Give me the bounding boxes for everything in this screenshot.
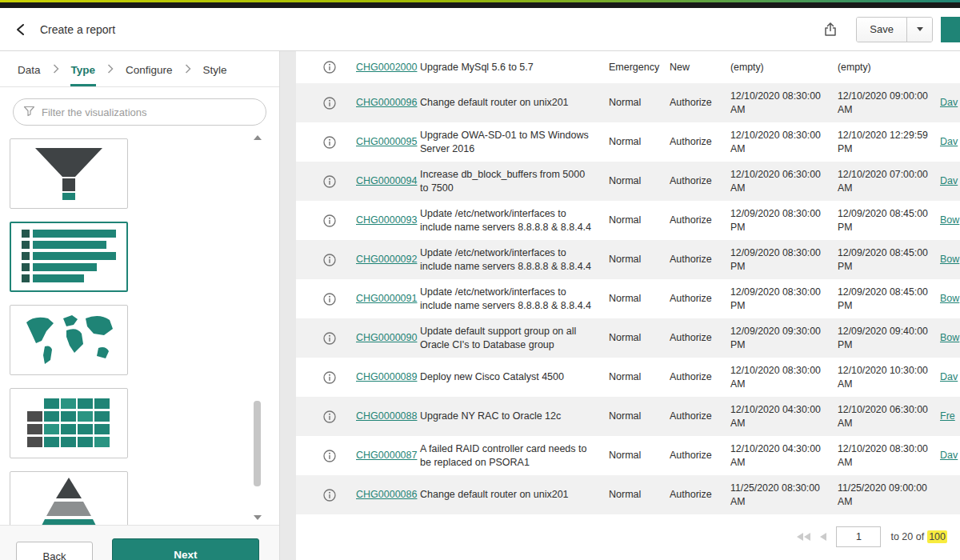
save-button[interactable]: Save [857,18,906,42]
start-date: 11/25/2020 08:30:00 AM [726,482,833,507]
viz-option-bar-list[interactable] [10,222,128,292]
change-number-link[interactable]: CHG0000088 [356,410,417,422]
viz-option-pyramid[interactable] [10,471,128,525]
bar-list-chart-icon [22,228,116,286]
end-date: 12/09/2020 09:40:00 PM [833,325,940,350]
end-date: 12/09/2020 08:45:00 PM [833,207,940,233]
next-step-button[interactable]: Next [112,538,259,560]
page-number-input[interactable] [836,526,881,547]
info-icon[interactable] [323,332,336,345]
info-cell [296,214,356,227]
step-configure[interactable]: Configure [126,53,173,86]
assigned-to-link[interactable]: Bow [940,253,960,266]
table-row[interactable]: CHG0002000 Upgrade MySql 5.6 to 5.7 Emer… [296,51,960,83]
change-number-link[interactable]: CHG0000092 [356,254,417,265]
table-row[interactable]: CHG0000095 Upgrade OWA-SD-01 to MS Windo… [296,122,960,162]
viz-scrollbar[interactable] [254,135,262,520]
share-export-icon[interactable] [822,22,838,38]
table-row[interactable]: CHG0000092 Update /etc/network/interface… [296,240,960,279]
priority: Normal [604,96,665,110]
assigned-to-link[interactable]: Bow [940,292,960,306]
end-date: 12/10/2020 12:29:59 PM [833,129,940,154]
table-row[interactable]: CHG0000096 Change default router on unix… [296,83,960,122]
start-date: 12/09/2020 09:30:00 PM [726,325,833,350]
number-cell: CHG0000093 [356,214,420,227]
change-number-link[interactable]: CHG0000093 [356,214,417,226]
table-row[interactable]: CHG0000086 Change default router on unix… [296,475,960,514]
change-number-link[interactable]: CHG0000094 [356,175,417,186]
change-number-link[interactable]: CHG0000087 [356,450,417,461]
change-number-link[interactable]: CHG0002000 [356,62,417,73]
change-number-link[interactable]: CHG0000096 [356,97,417,108]
end-date: 12/10/2020 06:30:00 AM [833,403,940,429]
scroll-down-arrow-icon[interactable] [254,515,262,520]
assigned-to-link[interactable]: Dav [940,174,960,188]
back-step-button[interactable]: Back [16,542,93,560]
short-description: Change default router on unix201 [420,488,604,502]
change-number-link[interactable]: CHG0000091 [356,293,417,304]
scrollbar-thumb[interactable] [254,401,261,486]
assigned-to-link[interactable]: Bow [940,331,960,345]
change-number-link[interactable]: CHG0000086 [356,489,417,500]
viz-option-heatmap[interactable] [10,388,128,458]
back-button[interactable] [13,22,29,38]
app-header: Create a report Save [0,8,960,51]
info-icon[interactable] [323,371,336,384]
table-row[interactable]: CHG0000090 Update default support group … [296,318,960,358]
viz-option-world-map[interactable] [10,305,128,375]
step-style[interactable]: Style [203,53,227,86]
start-date: 12/09/2020 08:30:00 PM [726,207,833,233]
info-cell [296,254,356,266]
info-icon[interactable] [323,293,336,306]
number-cell: CHG0000094 [356,174,420,188]
assigned-to-link[interactable]: Dav [940,370,960,384]
table-row[interactable]: CHG0000089 Deploy new Cisco Catalyst 450… [296,358,960,397]
end-date: 12/09/2020 08:45:00 PM [833,286,940,311]
info-icon[interactable] [323,136,336,149]
table-row[interactable]: CHG0000094 Increase db_block_buffers fro… [296,162,960,201]
table-row[interactable]: CHG0000087 A failed RAID controller card… [296,436,960,475]
chevron-right-icon [107,64,114,74]
priority: Emergency [604,61,665,74]
short-description: Increase db_block_buffers from 5000 to 7… [420,168,604,194]
first-page-button[interactable] [797,533,810,541]
save-button-group: Save [856,17,933,42]
cut-off-side-panel[interactable] [941,17,960,42]
assigned-to-link[interactable]: Bow [940,214,960,227]
scroll-up-arrow-icon[interactable] [254,135,262,140]
report-preview-panel: CHG0002000 Upgrade MySql 5.6 to 5.7 Emer… [296,51,960,560]
change-number-link[interactable]: CHG0000090 [356,332,417,343]
change-number-link[interactable]: CHG0000095 [356,136,417,147]
info-icon[interactable] [323,254,336,266]
change-number-link[interactable]: CHG0000089 [356,371,417,382]
assigned-to-link[interactable]: Dav [940,135,960,149]
viz-option-funnel[interactable] [10,138,128,209]
priority: Normal [604,292,665,306]
step-data[interactable]: Data [18,53,41,86]
info-icon[interactable] [323,489,336,502]
save-dropdown-button[interactable] [906,18,932,42]
priority: Normal [604,449,665,462]
number-cell: CHG0000086 [356,488,420,502]
previous-page-button[interactable] [820,533,826,541]
info-icon[interactable] [323,175,336,188]
end-date: 12/09/2020 08:45:00 PM [833,246,940,272]
info-icon[interactable] [323,410,336,423]
table-row[interactable]: CHG0000088 Upgrade NY RAC to Oracle 12c … [296,397,960,436]
info-icon[interactable] [323,61,336,74]
short-description: Upgrade NY RAC to Oracle 12c [420,410,604,423]
priority: Normal [604,253,665,266]
assigned-to-link[interactable]: Dav [940,449,960,462]
info-icon[interactable] [323,214,336,227]
step-type[interactable]: Type [71,53,96,86]
assigned-to-link[interactable]: Dav [940,96,960,110]
info-icon[interactable] [323,97,336,110]
start-date: 12/10/2020 04:30:00 AM [726,403,833,429]
filter-input[interactable] [42,106,258,118]
number-cell: CHG0000090 [356,331,420,345]
assigned-to-link[interactable]: Fre [940,410,960,423]
info-icon[interactable] [323,450,336,462]
table-row[interactable]: CHG0000091 Update /etc/network/interface… [296,279,960,318]
start-date: 12/10/2020 08:30:00 AM [726,90,833,115]
table-row[interactable]: CHG0000093 Update /etc/network/interface… [296,201,960,240]
